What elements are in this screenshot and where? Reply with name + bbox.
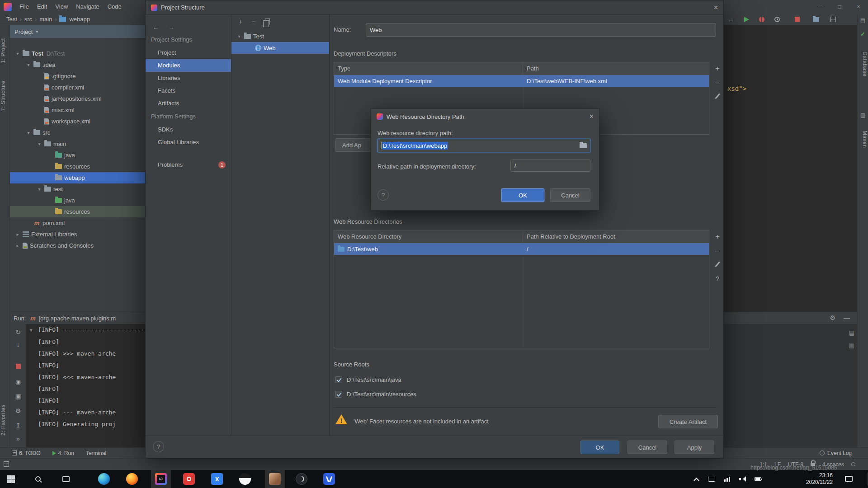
- notifications-icon[interactable]: ▤: [858, 17, 868, 23]
- collapse-icon[interactable]: ▸: [13, 243, 23, 248]
- project-panel-header[interactable]: Project ▾: [10, 25, 145, 38]
- tree-item-webapp-selected[interactable]: webapp: [10, 172, 145, 183]
- run-tool-button[interactable]: 4: Run: [52, 450, 74, 456]
- menu-file[interactable]: File: [15, 0, 33, 14]
- maximize-icon[interactable]: □: [830, 0, 849, 14]
- cancel-button[interactable]: Cancel: [627, 441, 667, 454]
- event-log-button[interactable]: Event Log: [820, 450, 852, 456]
- debug-button[interactable]: [756, 14, 768, 25]
- tree-item-scratches[interactable]: ▸ Scratches and Consoles: [10, 240, 145, 251]
- expand-icon[interactable]: ▾: [234, 34, 244, 39]
- tray-battery-icon[interactable]: [751, 470, 764, 488]
- settings-icon[interactable]: ⚙: [10, 407, 26, 414]
- profiler-button[interactable]: [771, 14, 783, 25]
- nav-item-facets[interactable]: Facets: [146, 84, 231, 97]
- tree-item-idea[interactable]: ▾ .idea: [10, 59, 145, 70]
- tool-button-icon[interactable]: ▥: [858, 112, 868, 118]
- nav-item-sdks[interactable]: SDKs: [146, 123, 231, 136]
- web-resource-directories-table[interactable]: Web Resource Directory Path Relative to …: [334, 230, 709, 348]
- path-input[interactable]: D:\Test\src\main\webapp: [377, 139, 590, 152]
- taskbar-app-blue[interactable]: [207, 470, 227, 488]
- action-center-icon[interactable]: [845, 476, 853, 482]
- checkbox-checked[interactable]: [335, 391, 342, 398]
- taskbar-app-dark[interactable]: [292, 470, 311, 488]
- panel-view-icon[interactable]: ▥: [849, 342, 854, 349]
- remove-icon[interactable]: −: [252, 18, 256, 25]
- tree-item-project-root[interactable]: ▾ Test D:\Test: [10, 48, 145, 59]
- forward-icon[interactable]: →: [168, 23, 175, 31]
- start-button[interactable]: [1, 470, 21, 488]
- hide-panel-icon[interactable]: —: [844, 314, 850, 321]
- breadcrumb-item[interactable]: webapp: [69, 16, 90, 23]
- modal-close-icon[interactable]: ×: [590, 109, 594, 124]
- tree-item-jarrepositories-xml[interactable]: jarRepositories.xml: [10, 93, 145, 104]
- table-row-selected[interactable]: D:\Test\web /: [334, 243, 709, 255]
- taskbar-app-firefox[interactable]: [122, 470, 142, 488]
- breadcrumb-item[interactable]: main: [39, 16, 52, 23]
- tree-item-main-resources[interactable]: resources: [10, 161, 145, 172]
- resume-icon[interactable]: ↓: [10, 341, 26, 348]
- tray-network-icon[interactable]: [721, 470, 733, 488]
- taskbar-app-v[interactable]: [319, 470, 339, 488]
- cancel-button[interactable]: Cancel: [550, 188, 590, 202]
- nav-item-libraries[interactable]: Libraries: [146, 72, 231, 84]
- nav-item-global-libraries[interactable]: Global Libraries: [146, 136, 231, 149]
- relative-path-input[interactable]: /: [510, 160, 590, 172]
- menu-edit[interactable]: Edit: [33, 0, 51, 14]
- module-tree-web-selected[interactable]: Web: [231, 42, 329, 54]
- create-artifact-button[interactable]: Create Artifact: [658, 415, 718, 428]
- minimize-icon[interactable]: —: [811, 0, 830, 14]
- remove-icon[interactable]: −: [712, 247, 723, 255]
- tray-expand-button[interactable]: [690, 470, 703, 488]
- run-config-overflow[interactable]: ...: [725, 14, 737, 25]
- module-name-input[interactable]: Web: [366, 23, 716, 37]
- pin-icon[interactable]: ◉: [10, 378, 26, 385]
- fold-icon[interactable]: ▼: [30, 324, 38, 336]
- apply-button[interactable]: Apply: [675, 441, 714, 454]
- layout-button[interactable]: [827, 14, 839, 25]
- expand-icon[interactable]: ▾: [24, 130, 33, 135]
- editor-area[interactable]: xsd">: [724, 25, 857, 312]
- scroll-to-end-icon[interactable]: ↥: [10, 422, 26, 429]
- taskbar-app-intellij[interactable]: [151, 470, 171, 488]
- expand-icon[interactable]: ▾: [34, 187, 44, 192]
- tree-item-test-java[interactable]: java: [10, 195, 145, 206]
- copy-icon[interactable]: [265, 19, 270, 24]
- tree-item-gitignore[interactable]: .gitignore: [10, 70, 145, 82]
- edit-icon[interactable]: [712, 93, 723, 101]
- tool-button-structure[interactable]: 7: Structure: [0, 74, 9, 117]
- nav-item-project[interactable]: Project: [146, 47, 231, 59]
- panel-view-icon[interactable]: ▤: [849, 329, 854, 336]
- menu-view[interactable]: View: [51, 0, 72, 14]
- expand-icon[interactable]: ▾: [24, 62, 33, 67]
- nav-item-modules[interactable]: Modules: [146, 59, 231, 72]
- help-button[interactable]: ?: [153, 441, 164, 452]
- more-options-icon[interactable]: »: [10, 435, 26, 442]
- taskbar-app-edge[interactable]: [94, 470, 114, 488]
- nav-item-problems[interactable]: Problems 1: [146, 159, 231, 171]
- run-configuration-name[interactable]: [org.apache.maven.plugins:m: [38, 315, 116, 322]
- tree-item-misc-xml[interactable]: misc.xml: [10, 104, 145, 116]
- terminal-tool-button[interactable]: Terminal: [86, 450, 106, 456]
- collapse-icon[interactable]: ▸: [13, 232, 23, 237]
- tray-volume-icon[interactable]: [736, 470, 749, 488]
- taskbar-app-penguin[interactable]: [235, 470, 255, 488]
- tool-button-database[interactable]: Database: [858, 46, 868, 82]
- ok-button[interactable]: OK: [501, 188, 544, 202]
- table-row-selected[interactable]: Web Module Deployment Descriptor D:\Test…: [334, 75, 709, 87]
- notifications-icon[interactable]: [851, 462, 855, 466]
- taskbar-search-button[interactable]: [28, 470, 48, 488]
- tree-item-compiler-xml[interactable]: compiler.xml: [10, 82, 145, 93]
- tree-item-src[interactable]: ▾ src: [10, 127, 145, 138]
- checkbox-checked[interactable]: [335, 376, 342, 383]
- taskbar-app-red[interactable]: [179, 470, 199, 488]
- tree-item-main[interactable]: ▾ main: [10, 138, 145, 150]
- tree-item-test[interactable]: ▾ test: [10, 183, 145, 195]
- column-header-path[interactable]: Path: [523, 62, 709, 75]
- edit-icon[interactable]: [712, 261, 723, 269]
- tree-item-test-resources[interactable]: resources: [10, 206, 145, 217]
- column-header-relative-path[interactable]: Path Relative to Deployment Root: [523, 230, 709, 243]
- tray-ime-icon[interactable]: [705, 470, 718, 488]
- tool-button-maven[interactable]: Maven: [858, 126, 868, 153]
- help-icon[interactable]: ?: [712, 275, 723, 282]
